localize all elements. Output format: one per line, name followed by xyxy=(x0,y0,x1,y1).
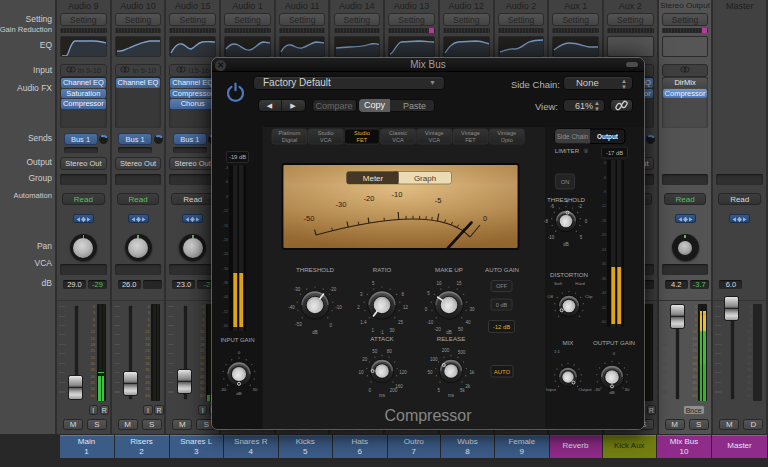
svg-text:200: 200 xyxy=(442,348,450,353)
svg-text:1.4: 1.4 xyxy=(360,320,367,325)
svg-text:-30: -30 xyxy=(601,262,606,266)
svg-text:15: 15 xyxy=(456,281,462,286)
svg-text:RELEASE: RELEASE xyxy=(437,335,466,342)
svg-text:80: 80 xyxy=(387,349,393,354)
svg-text:OUTPUT GAIN: OUTPUT GAIN xyxy=(593,339,635,346)
svg-text::1: :1 xyxy=(380,330,384,335)
svg-text:-30: -30 xyxy=(220,387,227,392)
svg-text:25: 25 xyxy=(398,320,404,325)
svg-text:-52: -52 xyxy=(223,310,228,314)
svg-text:-20: -20 xyxy=(364,194,375,203)
svg-text:-12 dB: -12 dB xyxy=(493,324,511,330)
svg-text:-10: -10 xyxy=(427,320,434,325)
svg-text:10: 10 xyxy=(437,281,443,286)
svg-text:-6: -6 xyxy=(550,204,554,209)
svg-text:-6: -6 xyxy=(603,176,606,180)
svg-text:VCA: VCA xyxy=(392,137,404,143)
svg-text:-10: -10 xyxy=(392,190,403,199)
svg-text:Meter: Meter xyxy=(363,174,384,183)
svg-text:30: 30 xyxy=(470,307,476,312)
svg-text:-36: -36 xyxy=(223,281,228,285)
svg-text:-30: -30 xyxy=(594,387,601,392)
svg-text:Vintage: Vintage xyxy=(425,130,444,136)
svg-text:FET: FET xyxy=(357,137,368,143)
svg-text:Hard: Hard xyxy=(575,281,585,286)
svg-text:-17 dB: -17 dB xyxy=(606,150,623,156)
svg-text:-40: -40 xyxy=(288,305,295,310)
svg-text:10: 10 xyxy=(359,370,365,375)
svg-text:-50: -50 xyxy=(304,214,315,223)
svg-text:-19 dB: -19 dB xyxy=(229,154,246,160)
svg-text:Side Chain: Side Chain xyxy=(557,133,589,140)
svg-text:40: 40 xyxy=(465,320,471,325)
svg-text:Compressor: Compressor xyxy=(384,407,472,424)
svg-text:-9: -9 xyxy=(225,195,228,199)
svg-text:-30: -30 xyxy=(223,267,228,271)
svg-text:30: 30 xyxy=(253,387,258,392)
svg-text:-30: -30 xyxy=(294,287,301,292)
svg-text:Platinum: Platinum xyxy=(279,130,301,136)
svg-text:Classic: Classic xyxy=(389,130,407,136)
svg-text:Opto: Opto xyxy=(501,137,513,143)
svg-text:500: 500 xyxy=(458,350,466,355)
svg-text:-20: -20 xyxy=(330,287,337,292)
svg-text:-44: -44 xyxy=(601,291,606,295)
svg-text:20: 20 xyxy=(362,357,368,362)
svg-text:dB: dB xyxy=(563,242,569,247)
svg-text:Vintage: Vintage xyxy=(497,130,516,136)
svg-text:-4: -4 xyxy=(564,199,568,204)
svg-text:ms: ms xyxy=(379,393,386,398)
svg-text:MIX: MIX xyxy=(562,339,573,346)
svg-text:-12: -12 xyxy=(223,209,228,213)
svg-text:dB: dB xyxy=(609,390,614,395)
svg-text:-24: -24 xyxy=(601,248,606,252)
svg-text:-16: -16 xyxy=(223,224,228,228)
svg-text:ON: ON xyxy=(561,179,570,185)
svg-text:Output: Output xyxy=(578,387,592,392)
svg-text:Output: Output xyxy=(597,133,619,141)
svg-text:LIMITER: LIMITER xyxy=(555,147,580,154)
svg-text:dB: dB xyxy=(236,391,241,396)
svg-text:0 dB: 0 dB xyxy=(496,302,508,308)
svg-text:-9: -9 xyxy=(603,190,606,194)
svg-text:-8: -8 xyxy=(544,219,548,224)
svg-text:-6: -6 xyxy=(225,180,228,184)
svg-text:-20: -20 xyxy=(434,327,441,332)
svg-text:Studio: Studio xyxy=(354,130,370,136)
svg-text:2k: 2k xyxy=(465,384,471,389)
svg-text:-53: -53 xyxy=(295,322,302,327)
svg-text:50: 50 xyxy=(458,327,464,332)
svg-text:1:1: 1:1 xyxy=(554,349,561,354)
svg-text:dB: dB xyxy=(312,330,318,335)
svg-text:-12: -12 xyxy=(601,204,606,208)
svg-text:Vintage: Vintage xyxy=(461,130,480,136)
svg-text:OFF: OFF xyxy=(496,283,508,289)
svg-text:-20: -20 xyxy=(601,233,606,237)
svg-text:ATTACK: ATTACK xyxy=(370,335,394,342)
svg-text:DISTORTION: DISTORTION xyxy=(550,271,588,278)
svg-text:-60: -60 xyxy=(223,324,228,328)
svg-text:-3: -3 xyxy=(225,166,228,170)
svg-text:0: 0 xyxy=(483,214,487,223)
svg-text:MAKE UP: MAKE UP xyxy=(435,266,463,273)
svg-text:-52: -52 xyxy=(601,306,606,310)
svg-text:VCA: VCA xyxy=(320,137,332,143)
svg-text:30: 30 xyxy=(390,328,396,333)
svg-text:-30: -30 xyxy=(336,200,347,209)
svg-text:-10: -10 xyxy=(548,235,555,240)
svg-text:FET: FET xyxy=(465,137,476,143)
svg-text:Clip: Clip xyxy=(585,294,593,299)
svg-text:AUTO GAIN: AUTO GAIN xyxy=(485,266,519,273)
svg-text:-60: -60 xyxy=(601,320,606,324)
svg-text:-36: -36 xyxy=(601,277,606,281)
svg-text:5k: 5k xyxy=(460,388,466,393)
svg-text:Digital: Digital xyxy=(282,137,298,143)
svg-text:-16: -16 xyxy=(601,219,606,223)
svg-text:-44: -44 xyxy=(223,295,228,299)
svg-text:100: 100 xyxy=(430,357,438,362)
svg-text:-20: -20 xyxy=(223,238,228,242)
svg-text:RATIO: RATIO xyxy=(373,266,392,273)
svg-text:dB: dB xyxy=(446,330,452,335)
svg-text:VCA: VCA xyxy=(429,137,441,143)
svg-text:12: 12 xyxy=(403,305,409,310)
